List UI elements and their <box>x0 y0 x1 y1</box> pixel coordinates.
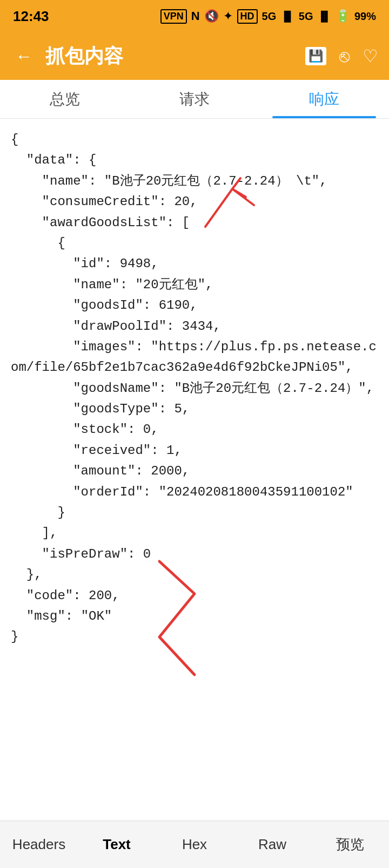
back-button[interactable]: ← <box>11 42 37 71</box>
save-icon: 💾 <box>308 49 323 63</box>
bottom-nav-hex[interactable]: Hex <box>156 821 233 868</box>
bottom-nav: Headers Text Hex Raw 预览 <box>0 820 389 868</box>
app-bar-actions: 💾 ⎋ ♡ <box>305 46 378 66</box>
save-button[interactable]: 💾 <box>305 47 326 65</box>
tab-request[interactable]: 请求 <box>130 80 259 118</box>
tab-bar: 总览 请求 响应 <box>0 80 389 119</box>
vpn-label: VPN <box>160 9 187 24</box>
network-icon: N <box>191 9 200 23</box>
signal-bars: ▐▌ <box>280 11 294 22</box>
app-title: 抓包内容 <box>45 43 297 70</box>
bottom-nav-raw[interactable]: Raw <box>233 821 311 868</box>
bottom-nav-text[interactable]: Text <box>78 821 156 868</box>
bluetooth-icon: ✦ <box>223 9 233 23</box>
battery-level: 99% <box>354 10 376 23</box>
share-button[interactable]: ⎋ <box>339 46 350 66</box>
favorite-button[interactable]: ♡ <box>363 46 378 66</box>
tab-response[interactable]: 响应 <box>259 80 389 118</box>
json-content: { "data": { "name": "B池子20元红包（2.7-2.24） … <box>11 130 378 648</box>
app-bar: ← 抓包内容 💾 ⎋ ♡ <box>0 32 389 80</box>
tab-overview[interactable]: 总览 <box>0 80 130 118</box>
bottom-nav-preview[interactable]: 预览 <box>311 821 389 868</box>
status-icons: VPN N 🔇 ✦ HD 5G ▐▌ 5G ▐▌ 🔋 99% <box>160 9 376 24</box>
bottom-nav-headers[interactable]: Headers <box>0 821 78 868</box>
signal-5g-2-icon: 5G <box>299 10 313 23</box>
signal-5g-icon: 5G <box>262 10 277 23</box>
battery-icon: 🔋 <box>336 9 350 23</box>
status-bar: 12:43 VPN N 🔇 ✦ HD 5G ▐▌ 5G ▐▌ 🔋 99% <box>0 0 389 32</box>
signal-bars-2: ▐▌ <box>317 11 331 22</box>
hd-label: HD <box>237 9 258 24</box>
content-area: { "data": { "name": "B池子20元红包（2.7-2.24） … <box>0 119 389 820</box>
status-time: 12:43 <box>13 8 49 25</box>
mute-icon: 🔇 <box>204 9 219 23</box>
